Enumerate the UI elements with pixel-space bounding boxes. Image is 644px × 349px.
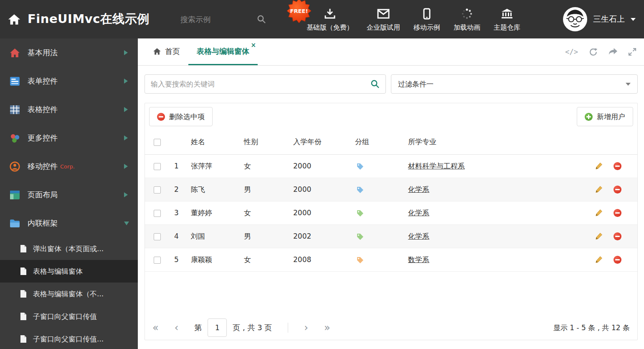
minus-circle-icon bbox=[157, 113, 165, 121]
delete-icon[interactable] bbox=[614, 256, 621, 264]
major-link[interactable]: 化学系 bbox=[408, 232, 429, 240]
major-link[interactable]: 化学系 bbox=[408, 209, 429, 217]
search-icon[interactable] bbox=[257, 15, 266, 24]
row-checkbox[interactable] bbox=[154, 257, 161, 264]
tag-icon bbox=[357, 163, 364, 170]
content: 过滤条件一 删除选中项 新增用户 bbox=[138, 66, 644, 349]
prev-page-icon[interactable]: ‹ bbox=[175, 323, 179, 333]
column-header-name: 姓名 bbox=[190, 130, 243, 154]
sidebar-item-page-layout[interactable]: 页面布局 bbox=[0, 181, 138, 209]
delete-icon[interactable] bbox=[614, 162, 621, 170]
layout: 基本用法 表单控件 表格控件 更多控件 移动控件 Corp. 页面布局 bbox=[0, 38, 644, 349]
select-all-checkbox[interactable] bbox=[154, 139, 161, 146]
cell-name: 张萍萍 bbox=[190, 154, 243, 178]
avatar bbox=[563, 7, 587, 31]
table-empty-space bbox=[145, 272, 637, 316]
nav-theme-repo[interactable]: 主题仓库 bbox=[487, 0, 527, 38]
chevron-down-icon bbox=[626, 83, 631, 86]
delete-icon[interactable] bbox=[614, 209, 621, 217]
sidebar-item-more-controls[interactable]: 更多控件 bbox=[0, 124, 138, 152]
row-checkbox[interactable] bbox=[154, 210, 161, 217]
sidebar-item-basic-usage[interactable]: 基本用法 bbox=[0, 38, 138, 67]
envelope-icon bbox=[377, 7, 390, 20]
search-icon[interactable] bbox=[370, 79, 380, 89]
sidebar-subitem-grid-edit-window[interactable]: 表格与编辑窗体 bbox=[0, 260, 138, 283]
folder-icon bbox=[9, 218, 20, 229]
last-page-icon[interactable]: » bbox=[324, 323, 330, 333]
refresh-icon[interactable] bbox=[589, 48, 598, 56]
edit-icon[interactable] bbox=[595, 162, 603, 170]
row-checkbox[interactable] bbox=[154, 163, 161, 170]
sidebar-item-iframe[interactable]: 内联框架 bbox=[0, 209, 138, 237]
person-icon bbox=[9, 161, 20, 172]
filter-dropdown[interactable]: 过滤条件一 bbox=[391, 74, 638, 94]
sidebar-item-mobile-controls[interactable]: 移动控件 Corp. bbox=[0, 152, 138, 181]
edit-icon[interactable] bbox=[595, 209, 603, 217]
column-header-group: 分组 bbox=[354, 130, 407, 154]
row-checkbox[interactable] bbox=[154, 186, 161, 194]
sidebar-subitem-child-to-parent-2[interactable]: 子窗口向父窗口传值... bbox=[0, 328, 138, 349]
edit-icon[interactable] bbox=[595, 256, 603, 263]
user-menu[interactable]: 三生石上 bbox=[563, 0, 636, 38]
cell-gender: 女 bbox=[243, 201, 292, 224]
sidebar-item-grid-controls[interactable]: 表格控件 bbox=[0, 95, 138, 124]
keyword-search-box bbox=[145, 74, 386, 94]
sidebar-subitem-grid-edit-window-2[interactable]: 表格与编辑窗体（不... bbox=[0, 283, 138, 305]
grid-toolbar: 删除选中项 新增用户 bbox=[145, 103, 637, 130]
major-link[interactable]: 材料科学与工程系 bbox=[408, 162, 465, 170]
nav-enterprise-trial[interactable]: 企业版试用 bbox=[360, 0, 407, 38]
table-header-row: 姓名 性别 入学年份 分组 所学专业 bbox=[145, 130, 637, 154]
share-icon[interactable] bbox=[609, 48, 617, 56]
keyword-search-input[interactable] bbox=[151, 80, 370, 88]
code-icon[interactable]: </> bbox=[565, 48, 578, 56]
nav-basic-edition[interactable]: 基础版（免费） bbox=[300, 0, 360, 38]
sidebar-item-label: 表格控件 bbox=[28, 104, 58, 115]
expand-icon[interactable] bbox=[628, 48, 636, 56]
table-row: 3 董婷婷 女 2000 化学系 bbox=[145, 201, 637, 224]
pager-divider bbox=[288, 323, 288, 333]
sidebar-subitem-popup-window[interactable]: 弹出窗体（本页面或... bbox=[0, 237, 138, 260]
sidebar-subitem-label: 表格与编辑窗体 bbox=[33, 267, 83, 276]
sidebar: 基本用法 表单控件 表格控件 更多控件 移动控件 Corp. 页面布局 bbox=[0, 38, 138, 349]
sidebar-item-label: 更多控件 bbox=[28, 133, 58, 143]
edit-icon[interactable] bbox=[595, 186, 603, 193]
major-link[interactable]: 化学系 bbox=[408, 185, 429, 194]
cell-year: 2002 bbox=[292, 224, 354, 248]
filter-dropdown-value: 过滤条件一 bbox=[398, 79, 434, 89]
page-number-input[interactable] bbox=[208, 318, 227, 337]
tab-home[interactable]: 首页 bbox=[145, 38, 188, 65]
close-icon[interactable]: × bbox=[251, 42, 256, 48]
nav-mobile-demo[interactable]: 移动示例 bbox=[407, 0, 447, 38]
tab-grid-edit-window[interactable]: 表格与编辑窗体 × bbox=[188, 38, 258, 65]
cell-gender: 女 bbox=[243, 248, 292, 271]
brand[interactable]: FineUIMvc在线示例 bbox=[8, 0, 150, 38]
page-prefix: 第 bbox=[194, 323, 202, 333]
add-user-button[interactable]: 新增用户 bbox=[577, 107, 633, 126]
layout-icon bbox=[9, 189, 20, 200]
column-header-gender: 性别 bbox=[243, 130, 292, 154]
cell-year: 2000 bbox=[292, 201, 354, 224]
cell-name: 陈飞 bbox=[190, 178, 243, 201]
next-page-icon[interactable]: › bbox=[304, 323, 308, 333]
delete-selected-button[interactable]: 删除选中项 bbox=[149, 107, 213, 126]
nav-loading-animation[interactable]: 加载动画 bbox=[447, 0, 487, 38]
row-checkbox[interactable] bbox=[154, 233, 161, 240]
sidebar-item-label: 页面布局 bbox=[28, 190, 58, 200]
home-brand-icon bbox=[8, 13, 21, 25]
column-header-index bbox=[169, 130, 190, 154]
edit-icon[interactable] bbox=[595, 232, 603, 240]
chevron-right-icon bbox=[124, 50, 128, 55]
row-index: 1 bbox=[169, 154, 190, 178]
major-link[interactable]: 数学系 bbox=[408, 255, 429, 264]
main-area: 首页 表格与编辑窗体 × </> bbox=[138, 38, 644, 349]
sidebar-subitem-child-to-parent[interactable]: 子窗口向父窗口传值 bbox=[0, 305, 138, 328]
delete-icon[interactable] bbox=[614, 186, 621, 194]
header-nav: 基础版（免费） 企业版试用 移动示例 加载动画 bbox=[300, 0, 527, 38]
user-name: 三生石上 bbox=[593, 14, 625, 25]
chevron-right-icon bbox=[124, 192, 128, 197]
first-page-icon[interactable]: « bbox=[152, 323, 159, 333]
sidebar-item-form-controls[interactable]: 表单控件 bbox=[0, 67, 138, 95]
sidebar-subitem-label: 表格与编辑窗体（不... bbox=[33, 289, 104, 299]
header-search-input[interactable] bbox=[180, 15, 243, 24]
delete-icon[interactable] bbox=[614, 232, 621, 240]
